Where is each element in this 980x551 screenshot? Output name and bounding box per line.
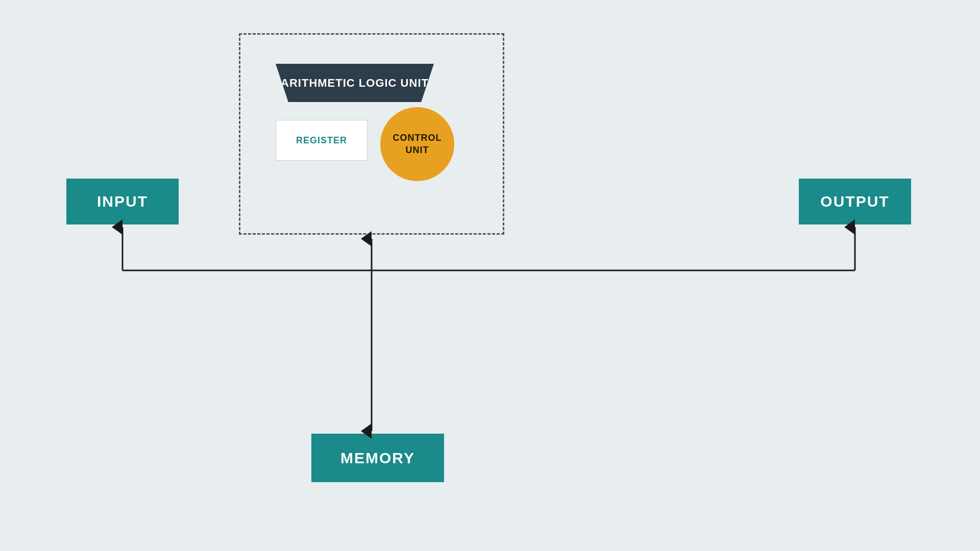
- memory-text: MEMORY: [340, 449, 415, 467]
- control-unit-circle: CONTROLUNIT: [380, 107, 454, 181]
- memory-box: MEMORY: [311, 434, 444, 482]
- register-text: REGISTER: [296, 135, 347, 146]
- input-box: INPUT: [66, 179, 179, 224]
- output-text: OUTPUT: [820, 193, 889, 210]
- output-box: OUTPUT: [799, 179, 911, 224]
- input-text: INPUT: [97, 193, 148, 210]
- alu-label: ARITHMETIC LOGIC UNIT: [276, 64, 434, 102]
- register-box: REGISTER: [276, 120, 368, 161]
- control-unit-text: CONTROLUNIT: [393, 132, 442, 156]
- alu-text: ARITHMETIC LOGIC UNIT: [281, 77, 429, 90]
- diagram-container: ARITHMETIC LOGIC UNIT REGISTER CONTROLUN…: [0, 0, 980, 551]
